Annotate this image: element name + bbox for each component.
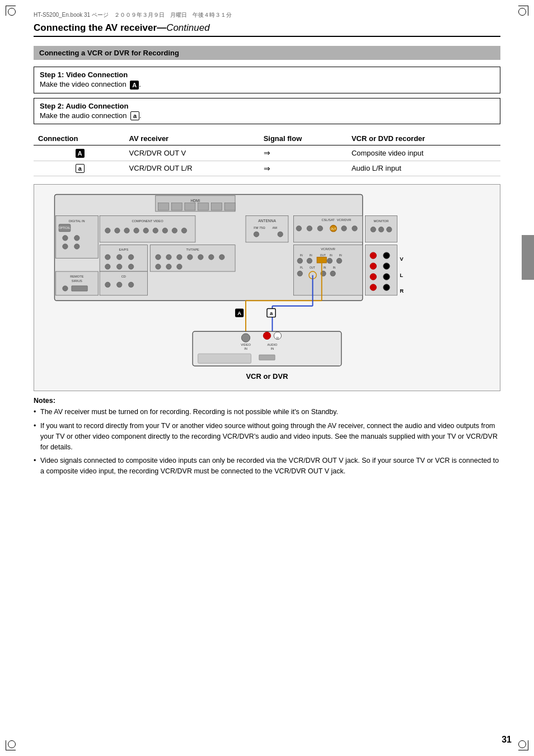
svg-point-125: [263, 332, 270, 339]
svg-text:OUT: OUT: [320, 254, 326, 257]
svg-text:MONITOR: MONITOR: [374, 219, 389, 223]
page-title: Connecting the AV receiver—Continued: [34, 22, 500, 37]
svg-rect-131: [198, 354, 251, 363]
table-row: a VCR/DVR OUT L/R ⇒ Audio L/R input: [34, 161, 500, 176]
svg-text:IN: IN: [333, 267, 336, 270]
svg-text:PL: PL: [300, 267, 303, 270]
svg-text:IN: IN: [244, 348, 247, 351]
svg-point-19: [105, 228, 110, 233]
svg-point-42: [341, 226, 346, 231]
vcr-label: VCR or DVR: [39, 372, 495, 381]
page-title-continued: Continued: [166, 22, 210, 33]
step2-title: Step 2: Audio Connection: [40, 102, 494, 110]
svg-point-104: [383, 252, 390, 259]
circle-mark-tr: [518, 8, 526, 16]
svg-text:EA/PS: EA/PS: [119, 248, 128, 251]
svg-text:OPTICAL: OPTICAL: [59, 227, 71, 229]
svg-point-77: [63, 286, 68, 291]
svg-point-23: [143, 228, 148, 233]
svg-text:IN: IN: [324, 267, 326, 270]
svg-point-27: [181, 228, 186, 233]
svg-rect-6: [198, 203, 209, 210]
section-header: Connecting a VCR or DVR for Recording: [34, 46, 500, 60]
svg-rect-8: [224, 203, 235, 210]
svg-text:DIGITAL IN: DIGITAL IN: [69, 219, 85, 223]
svg-point-53: [128, 255, 133, 260]
row2-vcr: Audio L/R input: [347, 161, 500, 176]
svg-point-61: [177, 255, 182, 260]
svg-point-16: [74, 244, 79, 249]
row2-connection: a: [34, 161, 125, 176]
svg-point-52: [116, 255, 121, 260]
table-row: A VCR/DVR OUT V ⇒ Composite video input: [34, 145, 500, 161]
row1-vcr: Composite video input: [347, 145, 500, 161]
col-header-av: AV receiver: [125, 132, 259, 145]
svg-text:IN: IN: [310, 254, 312, 257]
col-header-vcr: VCR or DVD recorder: [347, 132, 500, 145]
svg-point-46: [371, 227, 376, 232]
circle-mark-bl: [8, 740, 16, 748]
svg-point-56: [128, 264, 133, 269]
svg-text:FM 75Ω: FM 75Ω: [254, 226, 265, 229]
svg-text:REMOTE: REMOTE: [70, 275, 84, 279]
col-header-signal: Signal flow: [259, 132, 347, 145]
svg-point-60: [166, 255, 171, 260]
svg-point-107: [370, 274, 376, 280]
svg-point-33: [278, 232, 283, 237]
svg-point-63: [198, 255, 203, 260]
svg-point-110: [383, 284, 390, 290]
svg-point-90: [336, 259, 341, 264]
step1-badge: A: [130, 81, 139, 90]
svg-point-22: [134, 228, 139, 233]
file-header: HT-S5200_En.book 31 ページ ２００９年３月９日 月曜日 午後…: [34, 11, 517, 19]
svg-text:COMPONENT VIDEO: COMPONENT VIDEO: [132, 219, 163, 223]
row1-connection: A: [34, 145, 125, 161]
step1-desc: Make the video connection A.: [40, 80, 494, 90]
svg-point-13: [63, 236, 68, 241]
notes-list: The AV receiver must be turned on for re…: [34, 407, 500, 477]
svg-text:AUDIO: AUDIO: [267, 343, 278, 346]
row1-badge: A: [76, 149, 85, 158]
step2-box: Step 2: Audio Connection Make the audio …: [34, 98, 500, 125]
svg-point-26: [172, 228, 177, 233]
svg-point-66: [156, 264, 161, 269]
svg-point-65: [219, 255, 224, 260]
svg-point-38: [307, 226, 312, 231]
svg-point-43: [352, 226, 357, 231]
svg-rect-5: [185, 203, 195, 210]
svg-point-20: [115, 228, 120, 233]
svg-text:IN: IN: [339, 254, 342, 257]
svg-point-122: [241, 334, 250, 342]
svg-rect-7: [211, 203, 222, 210]
svg-text:R: R: [277, 336, 279, 340]
svg-text:AM: AM: [272, 226, 277, 229]
note-item: If you want to record directly from your…: [34, 421, 500, 452]
note-item: The AV receiver must be turned on for re…: [34, 407, 500, 417]
svg-point-92: [297, 271, 302, 276]
svg-text:ANTENNA: ANTENNA: [258, 219, 276, 223]
connection-table: Connection AV receiver Signal flow VCR o…: [34, 132, 500, 176]
svg-text:CSL/SAT: CSL/SAT: [321, 218, 335, 222]
row1-signal: ⇒: [259, 145, 347, 161]
svg-point-88: [327, 259, 332, 264]
svg-point-32: [254, 232, 259, 237]
svg-point-25: [162, 228, 167, 233]
row2-signal: ⇒: [259, 161, 347, 176]
note-item: Video signals connected to composite vid…: [34, 456, 500, 477]
svg-text:OUT: OUT: [310, 267, 315, 270]
svg-text:R: R: [400, 288, 404, 294]
step2-badge: a: [130, 111, 139, 120]
step1-title: Step 1: Video Connection: [40, 71, 494, 79]
svg-point-47: [378, 227, 383, 232]
col-header-connection: Connection: [34, 132, 125, 145]
circle-mark-br: [518, 740, 526, 748]
page-number: 31: [502, 735, 512, 745]
svg-text:V: V: [400, 256, 404, 262]
svg-rect-78: [72, 286, 87, 291]
svg-point-73: [128, 282, 133, 287]
svg-point-108: [383, 274, 390, 280]
svg-point-14: [74, 236, 79, 241]
svg-point-71: [105, 282, 110, 287]
svg-point-105: [370, 263, 376, 269]
svg-point-55: [116, 264, 121, 269]
